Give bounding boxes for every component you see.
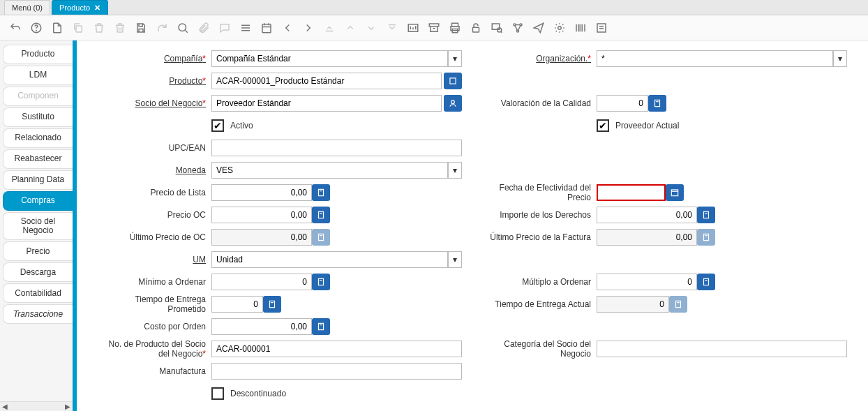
label-costo-por-orden: Costo por Orden	[98, 322, 206, 331]
side-tab-producto[interactable]: Producto	[3, 45, 73, 64]
calculator-icon[interactable]	[697, 207, 715, 223]
window-tabs: Menú (0) Producto ✕	[0, 0, 868, 15]
svg-rect-56	[704, 211, 709, 218]
socio-lookup-icon[interactable]	[444, 95, 462, 112]
send-icon[interactable]	[530, 20, 547, 36]
next-icon[interactable]	[300, 20, 317, 36]
calculator-icon[interactable]	[312, 207, 330, 223]
grid-icon[interactable]	[237, 20, 254, 36]
calculator-icon[interactable]	[648, 95, 666, 112]
precio-oc-input[interactable]	[211, 207, 312, 223]
side-tab-componentes: Componen	[3, 87, 73, 106]
lock-icon[interactable]	[467, 20, 484, 36]
dropdown-icon[interactable]: ▾	[448, 50, 462, 67]
archive-icon[interactable]	[426, 20, 442, 36]
side-tab-descarga[interactable]: Descarga	[3, 262, 73, 282]
svg-rect-44	[319, 234, 324, 240]
svg-point-28	[517, 30, 519, 32]
importe-derechos-input[interactable]	[597, 207, 697, 223]
svg-rect-58	[704, 234, 709, 240]
organizacion-input[interactable]	[597, 50, 833, 67]
zoom-icon[interactable]	[488, 20, 505, 36]
um-input[interactable]	[211, 251, 448, 268]
producto-lookup-icon[interactable]	[444, 73, 462, 89]
categoria-socio-input[interactable]	[597, 341, 847, 357]
no-producto-socio-input[interactable]	[211, 341, 462, 357]
tiempo-entrega-prometido-input[interactable]	[211, 296, 263, 313]
tiempo-entrega-actual-input	[597, 296, 669, 313]
help-icon[interactable]	[28, 20, 45, 36]
report-icon[interactable]	[405, 20, 421, 36]
upc-ean-input[interactable]	[211, 140, 462, 156]
precio-lista-input[interactable]	[211, 184, 312, 201]
side-tab-socio[interactable]: Socio del Negocio	[3, 212, 73, 240]
label-tiempo-entrega-prometido: Tiempo de Entrega Prometido	[98, 294, 206, 314]
label-no-producto-socio: No. de Producto del Socio del Negocio*	[98, 339, 206, 359]
svg-rect-62	[676, 301, 681, 307]
new-icon[interactable]	[49, 20, 66, 36]
close-icon[interactable]: ✕	[94, 3, 100, 13]
calculator-icon[interactable]	[312, 274, 330, 290]
multiplo-ordenar-input[interactable]	[597, 274, 697, 290]
costo-por-orden-input[interactable]	[211, 318, 312, 335]
side-tab-relacionado[interactable]: Relacionado	[3, 128, 73, 148]
side-tab-compras[interactable]: Compras	[3, 191, 73, 211]
calendar-picker-icon[interactable]	[666, 184, 684, 201]
export-icon[interactable]	[593, 20, 610, 36]
manufactura-input[interactable]	[211, 363, 462, 380]
copy-icon	[70, 20, 87, 36]
delete-icon	[91, 20, 107, 36]
side-tab-ldm[interactable]: LDM	[3, 66, 73, 85]
descontinuado-checkbox[interactable]	[211, 387, 224, 400]
workflow-icon[interactable]	[509, 20, 526, 36]
calendar-icon[interactable]	[258, 20, 275, 36]
compania-input[interactable]	[211, 50, 448, 67]
svg-point-1	[36, 30, 37, 31]
calculator-icon[interactable]	[312, 184, 330, 201]
side-tab-scroll[interactable]: ◀ ▶	[0, 401, 73, 411]
calculator-icon	[669, 296, 687, 313]
tab-menu[interactable]: Menú (0)	[4, 0, 50, 15]
calculator-icon[interactable]	[312, 318, 330, 335]
gear-icon[interactable]	[551, 20, 568, 36]
socio-negocio-input[interactable]	[211, 95, 442, 112]
tab-producto[interactable]: Producto ✕	[52, 0, 108, 15]
side-tab-precio[interactable]: Precio	[3, 241, 73, 261]
proveedor-actual-checkbox[interactable]	[597, 119, 609, 132]
producto-input[interactable]	[211, 73, 442, 89]
scroll-right-icon[interactable]: ▶	[63, 403, 73, 410]
label-precio-oc: Precio OC	[98, 210, 206, 220]
side-tab-sustituto[interactable]: Sustituto	[3, 107, 73, 127]
dropdown-icon[interactable]: ▾	[833, 50, 847, 67]
fecha-efectividad-input[interactable]	[597, 184, 666, 201]
minimo-ordenar-input[interactable]	[211, 274, 312, 290]
calculator-icon[interactable]	[263, 296, 281, 313]
search-icon[interactable]	[174, 20, 191, 36]
label-moneda: Moneda	[98, 165, 206, 175]
svg-rect-7	[262, 24, 271, 32]
valoracion-calidad-input[interactable]	[597, 95, 648, 112]
svg-rect-46	[319, 278, 324, 285]
svg-rect-38	[450, 78, 456, 84]
save-icon[interactable]	[133, 20, 149, 36]
barcode-icon[interactable]	[572, 20, 589, 36]
activo-checkbox[interactable]	[211, 119, 224, 132]
side-tab-contabilidad[interactable]: Contabilidad	[3, 283, 73, 303]
svg-rect-50	[319, 323, 324, 329]
svg-point-3	[179, 24, 186, 31]
label-socio-negocio: Socio del Negocio*	[98, 98, 206, 108]
side-tabs: ProductoLDMComponenSustitutoRelacionadoR…	[0, 40, 73, 411]
moneda-input[interactable]	[211, 162, 448, 179]
side-tab-reabastecer[interactable]: Reabastecer	[3, 149, 73, 169]
undo-icon[interactable]	[7, 20, 24, 36]
scroll-left-icon[interactable]: ◀	[0, 403, 10, 410]
prev-icon[interactable]	[279, 20, 296, 36]
calculator-icon[interactable]	[697, 274, 715, 290]
side-tab-planning[interactable]: Planning Data	[3, 170, 73, 190]
side-tab-transacciones[interactable]: Transaccione	[3, 304, 73, 324]
dropdown-icon[interactable]: ▾	[448, 162, 462, 179]
delete-all-icon	[112, 20, 128, 36]
dropdown-icon[interactable]: ▾	[448, 251, 462, 268]
print-icon[interactable]	[447, 20, 463, 36]
last-icon	[384, 20, 401, 36]
